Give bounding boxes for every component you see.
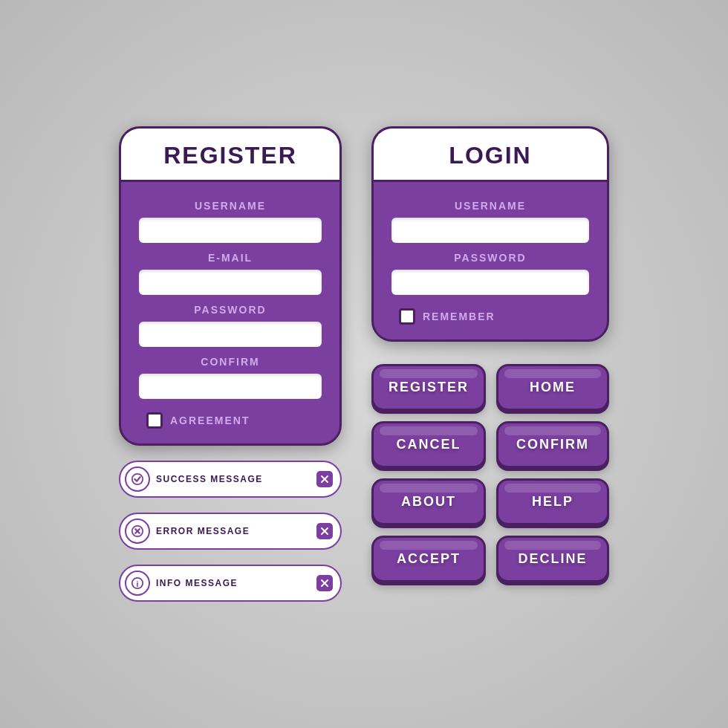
reg-email-label: E-MAIL [139, 252, 322, 264]
accept-button[interactable]: ACCEPT [371, 536, 486, 582]
info-message-text: INFO MESSAGE [156, 578, 311, 588]
help-button[interactable]: HELP [496, 478, 609, 525]
reg-username-label: USERNAME [139, 200, 322, 212]
svg-text:i: i [137, 579, 139, 588]
reg-username-input[interactable] [139, 218, 322, 243]
register-title: REGISTER [136, 142, 325, 169]
register-agreement-row: AGREEMENT [139, 412, 322, 429]
success-icon [125, 467, 150, 492]
register-body: USERNAME E-MAIL PASSWORD CONFIRM AGREEME… [121, 182, 339, 443]
decline-button[interactable]: DECLINE [496, 536, 609, 582]
login-username-input[interactable] [391, 218, 589, 243]
success-message-close[interactable] [316, 471, 333, 487]
login-remember-label: REMEMBER [423, 311, 495, 322]
confirm-button[interactable]: CONFIRM [496, 421, 609, 468]
register-agreement-label: AGREEMENT [170, 415, 250, 426]
login-remember-checkbox[interactable] [399, 308, 415, 325]
info-message-row: i INFO MESSAGE [119, 565, 342, 602]
info-message-close[interactable] [316, 575, 333, 591]
error-message-text: ERROR MESSAGE [156, 526, 311, 536]
buttons-grid: REGISTER HOME CANCEL CONFIRM ABOUT HELP … [371, 364, 609, 582]
register-card: REGISTER USERNAME E-MAIL PASSWORD CONFIR… [119, 126, 342, 446]
left-column: REGISTER USERNAME E-MAIL PASSWORD CONFIR… [119, 126, 342, 602]
success-message-text: SUCCESS MESSAGE [156, 474, 311, 484]
error-message-close[interactable] [316, 523, 333, 539]
reg-confirm-label: CONFIRM [139, 356, 322, 368]
login-body: USERNAME PASSWORD REMEMBER [374, 182, 607, 339]
error-icon [125, 519, 150, 544]
about-button[interactable]: ABOUT [371, 478, 486, 525]
reg-confirm-input[interactable] [139, 374, 322, 399]
login-remember-row: REMEMBER [391, 308, 589, 325]
register-button[interactable]: REGISTER [371, 364, 486, 411]
reg-email-input[interactable] [139, 270, 322, 295]
cancel-button[interactable]: CANCEL [371, 421, 486, 468]
reg-password-input[interactable] [139, 322, 322, 347]
error-message-row: ERROR MESSAGE [119, 513, 342, 550]
register-agreement-checkbox[interactable] [146, 412, 163, 429]
main-container: REGISTER USERNAME E-MAIL PASSWORD CONFIR… [89, 97, 639, 631]
info-icon: i [125, 571, 150, 596]
right-column: LOGIN USERNAME PASSWORD REMEMBER REGISTE… [371, 126, 609, 582]
register-header: REGISTER [121, 129, 339, 182]
login-header: LOGIN [374, 129, 607, 182]
login-username-label: USERNAME [391, 200, 589, 212]
login-password-input[interactable] [391, 270, 589, 295]
login-title: LOGIN [389, 142, 592, 169]
home-button[interactable]: HOME [496, 364, 609, 411]
login-card: LOGIN USERNAME PASSWORD REMEMBER [371, 126, 609, 342]
login-password-label: PASSWORD [391, 252, 589, 264]
reg-password-label: PASSWORD [139, 304, 322, 316]
success-message-row: SUCCESS MESSAGE [119, 461, 342, 498]
